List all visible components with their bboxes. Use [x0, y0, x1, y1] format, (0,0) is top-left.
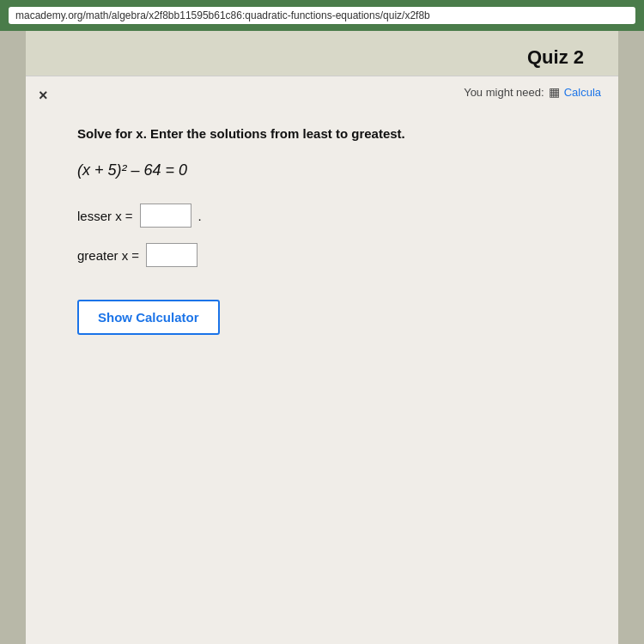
lesser-x-dot: .	[198, 209, 202, 223]
page-title-bar: Quiz 2	[26, 31, 618, 76]
equation-text: (x + 5)² – 64 = 0	[77, 161, 187, 179]
quiz-body: Solve for x. Enter the solutions from le…	[26, 99, 618, 361]
greater-x-input[interactable]	[146, 243, 197, 267]
you-might-need-bar: You might need: ▦ Calcula	[26, 76, 618, 99]
sidebar-right	[618, 31, 644, 644]
you-might-need-label: You might need:	[464, 86, 544, 99]
page-wrapper: Quiz 2 × You might need: ▦ Calcula Solve…	[0, 31, 644, 644]
close-button[interactable]: ×	[39, 87, 48, 105]
greater-x-row: greater x =	[77, 243, 575, 267]
browser-bar: macademy.org/math/algebra/x2f8bb11595b61…	[0, 0, 644, 31]
sidebar-left	[0, 31, 26, 644]
calculator-icon: ▦	[549, 85, 560, 99]
show-calculator-button[interactable]: Show Calculator	[77, 300, 220, 335]
lesser-x-input[interactable]	[140, 204, 191, 228]
main-content: Quiz 2 × You might need: ▦ Calcula Solve…	[26, 31, 618, 644]
quiz-card: × You might need: ▦ Calcula Solve for x.…	[26, 76, 618, 644]
page-title: Quiz 2	[43, 46, 584, 69]
url-bar: macademy.org/math/algebra/x2f8bb11595b61…	[9, 7, 635, 24]
lesser-x-row: lesser x = .	[77, 204, 575, 228]
greater-x-label: greater x =	[77, 248, 139, 263]
quiz-instructions: Solve for x. Enter the solutions from le…	[77, 125, 575, 143]
calculator-link-label[interactable]: Calcula	[564, 86, 601, 99]
equation-display: (x + 5)² – 64 = 0	[77, 161, 575, 179]
lesser-x-label: lesser x =	[77, 209, 133, 223]
